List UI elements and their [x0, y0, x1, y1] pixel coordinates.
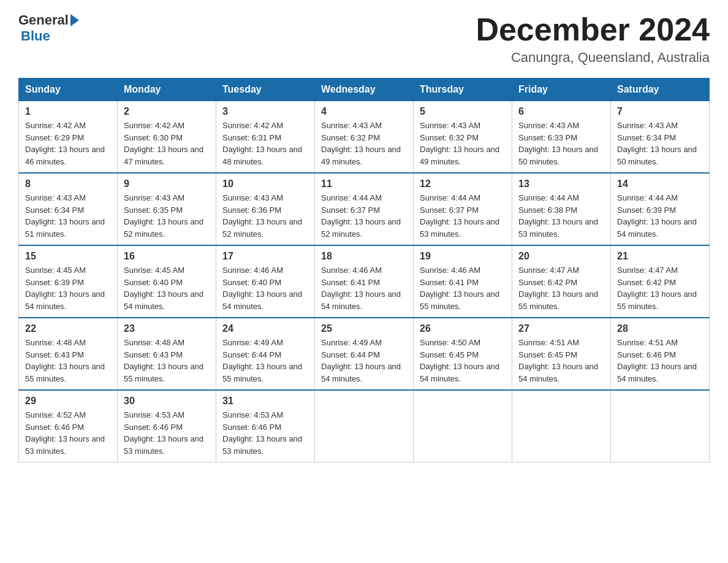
calendar-table: SundayMondayTuesdayWednesdayThursdayFrid… [18, 78, 710, 462]
day-number: 28 [617, 323, 703, 334]
day-info: Sunrise: 4:47 AMSunset: 6:42 PMDaylight:… [518, 266, 598, 311]
calendar-cell: 23 Sunrise: 4:48 AMSunset: 6:43 PMDaylig… [118, 318, 216, 390]
day-info: Sunrise: 4:42 AMSunset: 6:29 PMDaylight:… [25, 121, 105, 166]
calendar-cell: 26 Sunrise: 4:50 AMSunset: 6:45 PMDaylig… [414, 318, 512, 390]
day-info: Sunrise: 4:43 AMSunset: 6:34 PMDaylight:… [617, 121, 697, 166]
day-number: 25 [321, 323, 407, 334]
calendar-cell: 27 Sunrise: 4:51 AMSunset: 6:45 PMDaylig… [512, 318, 611, 390]
day-info: Sunrise: 4:48 AMSunset: 6:43 PMDaylight:… [25, 338, 105, 383]
calendar-cell: 4 Sunrise: 4:43 AMSunset: 6:32 PMDayligh… [315, 101, 414, 173]
day-number: 12 [420, 178, 506, 190]
calendar-cell: 6 Sunrise: 4:43 AMSunset: 6:33 PMDayligh… [512, 101, 611, 173]
column-header-sunday: Sunday [19, 79, 118, 101]
calendar-cell: 30 Sunrise: 4:53 AMSunset: 6:46 PMDaylig… [118, 390, 216, 462]
calendar-week-row: 8 Sunrise: 4:43 AMSunset: 6:34 PMDayligh… [19, 173, 710, 245]
calendar-cell: 18 Sunrise: 4:46 AMSunset: 6:41 PMDaylig… [315, 245, 414, 318]
logo-triangle-icon [70, 14, 79, 26]
logo-general-text: General [18, 12, 69, 28]
page-header: General Blue December 2024 Canungra, Que… [18, 12, 710, 66]
day-info: Sunrise: 4:51 AMSunset: 6:46 PMDaylight:… [617, 338, 697, 383]
calendar-cell: 3 Sunrise: 4:42 AMSunset: 6:31 PMDayligh… [216, 101, 315, 173]
calendar-cell: 2 Sunrise: 4:42 AMSunset: 6:30 PMDayligh… [118, 101, 216, 173]
day-info: Sunrise: 4:53 AMSunset: 6:46 PMDaylight:… [222, 410, 302, 456]
day-number: 15 [25, 251, 111, 262]
day-info: Sunrise: 4:45 AMSunset: 6:40 PMDaylight:… [124, 266, 203, 311]
day-number: 22 [25, 323, 111, 334]
calendar-cell: 28 Sunrise: 4:51 AMSunset: 6:46 PMDaylig… [611, 318, 710, 390]
calendar-cell: 20 Sunrise: 4:47 AMSunset: 6:42 PMDaylig… [512, 245, 611, 318]
calendar-cell: 10 Sunrise: 4:43 AMSunset: 6:36 PMDaylig… [216, 173, 315, 245]
day-number: 13 [518, 178, 604, 190]
day-number: 14 [617, 178, 703, 190]
day-number: 3 [222, 106, 308, 117]
day-info: Sunrise: 4:44 AMSunset: 6:39 PMDaylight:… [617, 193, 697, 239]
day-number: 19 [420, 251, 506, 262]
calendar-cell: 14 Sunrise: 4:44 AMSunset: 6:39 PMDaylig… [611, 173, 710, 245]
column-header-tuesday: Tuesday [216, 79, 315, 101]
calendar-cell: 25 Sunrise: 4:49 AMSunset: 6:44 PMDaylig… [315, 318, 414, 390]
day-number: 11 [321, 178, 407, 190]
calendar-cell: 13 Sunrise: 4:44 AMSunset: 6:38 PMDaylig… [512, 173, 611, 245]
calendar-header-row: SundayMondayTuesdayWednesdayThursdayFrid… [19, 79, 710, 101]
day-number: 10 [222, 178, 308, 190]
calendar-cell: 19 Sunrise: 4:46 AMSunset: 6:41 PMDaylig… [414, 245, 512, 318]
day-number: 21 [617, 251, 703, 262]
calendar-cell: 11 Sunrise: 4:44 AMSunset: 6:37 PMDaylig… [315, 173, 414, 245]
day-number: 4 [321, 106, 407, 117]
day-info: Sunrise: 4:48 AMSunset: 6:43 PMDaylight:… [124, 338, 203, 383]
day-info: Sunrise: 4:44 AMSunset: 6:37 PMDaylight:… [321, 193, 401, 239]
calendar-cell [315, 390, 414, 462]
day-number: 16 [124, 251, 210, 262]
calendar-cell: 31 Sunrise: 4:53 AMSunset: 6:46 PMDaylig… [216, 390, 315, 462]
calendar-cell: 12 Sunrise: 4:44 AMSunset: 6:37 PMDaylig… [414, 173, 512, 245]
day-number: 27 [518, 323, 604, 334]
day-number: 30 [124, 396, 210, 407]
day-info: Sunrise: 4:43 AMSunset: 6:34 PMDaylight:… [25, 193, 105, 239]
day-info: Sunrise: 4:43 AMSunset: 6:32 PMDaylight:… [420, 121, 499, 166]
column-header-wednesday: Wednesday [315, 79, 414, 101]
day-number: 18 [321, 251, 407, 262]
day-info: Sunrise: 4:49 AMSunset: 6:44 PMDaylight:… [321, 338, 401, 383]
title-block: December 2024 Canungra, Queensland, Aust… [476, 12, 710, 66]
day-info: Sunrise: 4:43 AMSunset: 6:32 PMDaylight:… [321, 121, 401, 166]
day-number: 5 [420, 106, 506, 117]
day-number: 2 [124, 106, 210, 117]
day-info: Sunrise: 4:49 AMSunset: 6:44 PMDaylight:… [222, 338, 302, 383]
calendar-cell: 21 Sunrise: 4:47 AMSunset: 6:42 PMDaylig… [611, 245, 710, 318]
calendar-cell: 1 Sunrise: 4:42 AMSunset: 6:29 PMDayligh… [19, 101, 118, 173]
column-header-monday: Monday [118, 79, 216, 101]
day-number: 9 [124, 178, 210, 190]
calendar-cell: 9 Sunrise: 4:43 AMSunset: 6:35 PMDayligh… [118, 173, 216, 245]
day-info: Sunrise: 4:42 AMSunset: 6:30 PMDaylight:… [124, 121, 203, 166]
day-info: Sunrise: 4:43 AMSunset: 6:36 PMDaylight:… [222, 193, 302, 239]
calendar-week-row: 29 Sunrise: 4:52 AMSunset: 6:46 PMDaylig… [19, 390, 710, 462]
calendar-cell: 17 Sunrise: 4:46 AMSunset: 6:40 PMDaylig… [216, 245, 315, 318]
day-number: 1 [25, 106, 111, 117]
calendar-cell [611, 390, 710, 462]
calendar-week-row: 15 Sunrise: 4:45 AMSunset: 6:39 PMDaylig… [19, 245, 710, 318]
column-header-thursday: Thursday [414, 79, 512, 101]
day-info: Sunrise: 4:46 AMSunset: 6:41 PMDaylight:… [420, 266, 499, 311]
day-info: Sunrise: 4:43 AMSunset: 6:33 PMDaylight:… [518, 121, 598, 166]
day-number: 8 [25, 178, 111, 190]
logo: General Blue [18, 12, 79, 44]
calendar-cell: 29 Sunrise: 4:52 AMSunset: 6:46 PMDaylig… [19, 390, 118, 462]
calendar-cell [414, 390, 512, 462]
calendar-subtitle: Canungra, Queensland, Australia [476, 50, 710, 66]
day-number: 26 [420, 323, 506, 334]
day-number: 31 [222, 396, 308, 407]
day-number: 20 [518, 251, 604, 262]
day-info: Sunrise: 4:44 AMSunset: 6:37 PMDaylight:… [420, 193, 499, 239]
day-info: Sunrise: 4:44 AMSunset: 6:38 PMDaylight:… [518, 193, 598, 239]
calendar-week-row: 22 Sunrise: 4:48 AMSunset: 6:43 PMDaylig… [19, 318, 710, 390]
day-info: Sunrise: 4:42 AMSunset: 6:31 PMDaylight:… [222, 121, 302, 166]
day-info: Sunrise: 4:51 AMSunset: 6:45 PMDaylight:… [518, 338, 598, 383]
day-info: Sunrise: 4:46 AMSunset: 6:40 PMDaylight:… [222, 266, 302, 311]
calendar-cell [512, 390, 611, 462]
day-number: 17 [222, 251, 308, 262]
day-info: Sunrise: 4:47 AMSunset: 6:42 PMDaylight:… [617, 266, 697, 311]
column-header-saturday: Saturday [611, 79, 710, 101]
calendar-week-row: 1 Sunrise: 4:42 AMSunset: 6:29 PMDayligh… [19, 101, 710, 173]
day-number: 29 [25, 396, 111, 407]
day-info: Sunrise: 4:43 AMSunset: 6:35 PMDaylight:… [124, 193, 203, 239]
